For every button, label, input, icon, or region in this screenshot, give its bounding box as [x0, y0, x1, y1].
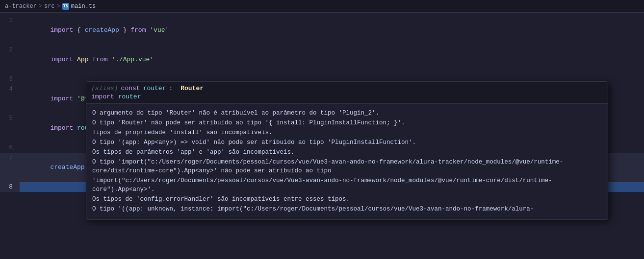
tooltip-alias-label: (alias)	[91, 85, 118, 92]
keyword-from-2: from	[92, 56, 107, 63]
punct-7	[73, 95, 77, 102]
tooltip-import-value: router	[118, 93, 141, 100]
tooltip-line-3: Tipos de propriedade 'install' são incom…	[92, 128, 602, 137]
keyword-import-4: import	[50, 124, 73, 132]
tooltip-line-9: O tipo '((app: unknown, instance: import…	[92, 205, 602, 213]
str-app-vue: './App.vue'	[111, 56, 154, 63]
code-line-2: 2 import App from './App.vue'	[0, 45, 644, 74]
fn-createapp: createApp	[85, 26, 119, 34]
line-number-5: 5	[0, 114, 20, 123]
str-vue: 'vue'	[150, 26, 169, 34]
class-app: App	[77, 56, 88, 63]
tooltip-import-line: import router	[91, 93, 603, 100]
line-content-1: import { createApp } from 'vue'	[20, 16, 644, 45]
breadcrumb-folder-root: a-tracker	[5, 3, 37, 10]
keyword-import-2: import	[50, 56, 73, 63]
tooltip-alias-line: (alias) const router : Router	[91, 85, 603, 92]
title-bar: a-tracker > src > TS main.ts	[0, 0, 644, 13]
fn-createapp-call: createApp	[50, 164, 84, 171]
tooltip-const-keyword: const	[121, 85, 140, 92]
tooltip-router-name: router	[143, 85, 166, 92]
editor: 1 import { createApp } from 'vue' 2 impo…	[0, 13, 644, 195]
breadcrumb-sep-1: >	[39, 3, 42, 10]
tooltip-body: O argumento do tipo 'Router' não é atrib…	[86, 104, 608, 219]
tooltip-import-keyword: import	[91, 93, 114, 100]
tooltip-colon: :	[169, 85, 173, 92]
keyword-import-1: import	[50, 26, 73, 34]
tooltip-line-4: O tipo '(app: App<any>) => void' não pod…	[92, 138, 602, 147]
keyword-from-1: from	[130, 26, 146, 34]
breadcrumb-filename: main.ts	[71, 3, 96, 10]
line-number-3: 3	[0, 74, 20, 84]
punct-2: }	[119, 26, 130, 34]
tooltip-router-type: Router	[180, 85, 204, 92]
line-number-1: 1	[0, 16, 20, 25]
line-number-6: 6	[0, 143, 20, 153]
tooltip-line-1: O argumento do tipo 'Router' não é atrib…	[92, 109, 602, 118]
punct-8	[73, 124, 77, 132]
tooltip-header: (alias) const router : Router import rou…	[86, 82, 608, 104]
tooltip-line-2: O tipo 'Router' não pode ser atribuído a…	[92, 118, 602, 127]
tooltip-line-8: Os tipos de 'config.errorHandler' são in…	[92, 195, 602, 204]
keyword-import-3: import	[50, 95, 73, 102]
tooltip-line-7: 'import("c:/Users/roger/Documents/pessoa…	[92, 176, 602, 194]
line-number-8: 8	[0, 182, 20, 192]
typescript-icon: TS	[62, 3, 69, 10]
code-line-1: 1 import { createApp } from 'vue'	[0, 16, 644, 45]
line-content-2: import App from './App.vue'	[20, 45, 644, 74]
punct-4	[73, 56, 77, 63]
breadcrumb: a-tracker > src > TS main.ts	[5, 3, 96, 10]
punct-1: {	[73, 26, 84, 34]
intellisense-tooltip: (alias) const router : Router import rou…	[86, 81, 608, 220]
tooltip-line-6: O tipo 'import("c:/Users/roger/Documents…	[92, 158, 602, 175]
line-number-7: 7	[0, 153, 20, 163]
line-number-4: 4	[0, 84, 20, 94]
breadcrumb-sep-2: >	[57, 3, 60, 10]
breadcrumb-folder-src: src	[44, 3, 55, 10]
tooltip-line-5: Os tipos de parâmetros 'app' e 'app' são…	[92, 148, 602, 157]
line-number-2: 2	[0, 45, 20, 55]
